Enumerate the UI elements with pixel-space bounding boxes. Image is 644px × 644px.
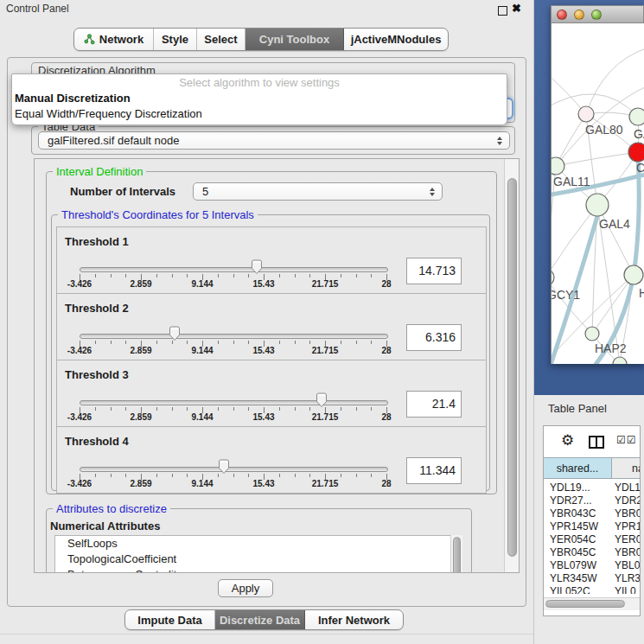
slider-tick [111, 407, 112, 411]
threshold-value-field[interactable]: 6.316 [406, 324, 462, 351]
slider-tick-label: 28 [381, 279, 391, 289]
network-edge[interactable] [552, 71, 586, 114]
tab-select[interactable]: Select [197, 29, 245, 50]
tab-network[interactable]: Network [74, 29, 154, 50]
attribute-list-item[interactable]: SelfLoops [55, 536, 451, 552]
table-horizontal-scrollbar[interactable] [544, 597, 641, 610]
network-node[interactable] [629, 108, 644, 125]
network-view-window: GAL80GACGAL11GAL4GCY1HHAP2 [551, 5, 644, 364]
thresholds-group-title: Threshold's Coordinates for 5 Intervals [58, 208, 258, 221]
slider-tick [111, 274, 112, 277]
settings-vertical-scrollbar[interactable] [504, 159, 520, 573]
threshold-value-field[interactable]: 21.4 [406, 391, 462, 418]
table-row[interactable]: YBR045CYBR0 [544, 546, 641, 559]
slider-track[interactable] [80, 467, 388, 472]
network-edge[interactable] [586, 48, 644, 114]
app-root: Control Panel ✖ NetworkStyleSelectCyni T… [0, 0, 644, 644]
slider-track[interactable] [80, 334, 388, 339]
settings-scrollbar-thumb[interactable] [507, 178, 517, 557]
network-node[interactable] [578, 106, 594, 122]
threshold-value-field[interactable]: 11.344 [406, 457, 462, 484]
table-row[interactable]: YIL052CYIL0 [544, 585, 641, 594]
network-window-titlebar[interactable] [552, 6, 643, 23]
attribute-list-item[interactable]: BetweennessCentrality [55, 567, 451, 573]
table-row[interactable]: YDL19...YDL1 [544, 481, 641, 494]
cell-name: YBR0 [612, 546, 641, 559]
bottom-tab-infer-network[interactable]: Infer Network [305, 610, 403, 629]
numerical-attributes-label: Numerical Attributes [50, 520, 160, 532]
slider-tick [125, 274, 126, 277]
split-table-icon[interactable] [589, 436, 604, 449]
table-hscrollbar-thumb[interactable] [545, 600, 625, 608]
slider-thumb[interactable] [217, 459, 231, 477]
network-edge[interactable] [556, 152, 638, 166]
table-settings-gear-icon[interactable]: ⚙ [561, 431, 574, 450]
slider-thumb[interactable] [168, 326, 182, 344]
algorithm-popup-hint: Select algorithm to view settings [12, 74, 507, 91]
cell-shared-name: YIL052C [544, 585, 612, 594]
slider-tick [95, 407, 96, 411]
column-header-name[interactable]: name [612, 458, 641, 478]
slider-tick [295, 407, 296, 411]
table-row[interactable]: YBL079WYBL0 [544, 559, 641, 572]
slider-track[interactable] [80, 400, 388, 405]
minimize-window-icon[interactable] [574, 10, 584, 20]
slider-tick-label: 2.859 [130, 412, 151, 422]
slider-tick [125, 341, 126, 344]
algorithm-option-equal-width[interactable]: Equal Width/Frequency Discretization [12, 106, 507, 122]
tab-cyni-toolbox[interactable]: Cyni Toolbox [245, 29, 344, 50]
zoom-window-icon[interactable] [591, 10, 602, 20]
float-window-icon[interactable] [498, 6, 507, 16]
slider-tick-label: 28 [381, 412, 391, 422]
cell-shared-name: YLR345W [544, 572, 612, 585]
slider-track[interactable] [80, 267, 388, 272]
slider-tick [309, 341, 310, 344]
slider-thumb[interactable] [315, 392, 328, 411]
network-node-label: GAL80 [585, 123, 623, 137]
slider-tick-label: 15.43 [252, 346, 274, 355]
slider-thumb[interactable] [250, 259, 264, 277]
table-row[interactable]: YPR145WYPR1 [544, 520, 641, 533]
slider-tick [233, 274, 234, 277]
network-edge[interactable] [597, 205, 634, 275]
close-glyph[interactable]: ✖ [512, 2, 521, 15]
network-node[interactable] [552, 157, 564, 175]
table-row[interactable]: YDR27...YDR2 [544, 494, 641, 507]
number-of-intervals-combobox[interactable]: 5 [193, 182, 443, 201]
table-header-row: shared... name [544, 457, 641, 479]
slider-tick [233, 407, 234, 411]
interval-definition-title: Interval Definition [53, 165, 146, 178]
threshold-value-field[interactable]: 14.713 [406, 258, 462, 284]
attributes-list-scrollbar[interactable] [450, 535, 462, 573]
slider-tick-label: 9.144 [191, 279, 213, 289]
cell-shared-name: YBR043C [544, 507, 612, 520]
network-node[interactable] [624, 265, 643, 284]
column-checkbox-icons[interactable]: ☑☑ [616, 434, 637, 446]
slider-tick [218, 407, 219, 411]
slider-tick [341, 407, 341, 411]
apply-button[interactable]: Apply [218, 579, 273, 597]
table-row[interactable]: YBR043CYBR0 [544, 507, 641, 520]
table-row[interactable]: YER054CYER0 [544, 533, 641, 546]
network-node[interactable] [585, 327, 599, 341]
slider-tick [356, 274, 357, 277]
tab-style[interactable]: Style [154, 29, 197, 50]
cell-shared-name: YBR045C [544, 546, 612, 559]
attribute-list-item[interactable]: TopologicalCoefficient [55, 552, 451, 567]
network-node-label: GA [634, 127, 644, 141]
network-node[interactable] [628, 143, 644, 162]
network-node[interactable] [613, 357, 627, 364]
slider-tick-label: -3.426 [67, 479, 92, 488]
bottom-tab-impute-data[interactable]: Impute Data [125, 610, 215, 629]
algorithm-option-manual[interactable]: Manual Discretization [12, 91, 507, 106]
network-node[interactable] [586, 194, 609, 216]
column-header-shared-name[interactable]: shared... [544, 458, 612, 478]
bottom-tab-discretize-data[interactable]: Discretize Data [215, 610, 305, 629]
network-node[interactable] [552, 269, 554, 286]
cell-shared-name: YDL19... [544, 481, 612, 494]
close-window-icon[interactable] [557, 10, 567, 20]
table-data-combobox[interactable]: galFiltered.sif default node [38, 131, 510, 150]
tab-jactivemnodules[interactable]: jActiveMNodules [344, 29, 448, 50]
table-row[interactable]: YLR345WYLR3 [544, 572, 641, 585]
network-canvas[interactable]: GAL80GACGAL11GAL4GCY1HHAP2 [552, 23, 644, 364]
